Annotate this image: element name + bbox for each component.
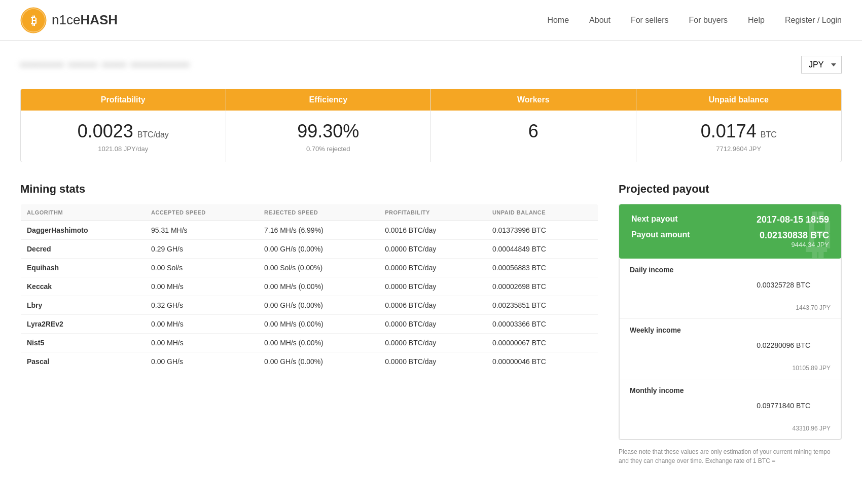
stat-card-0: Profitability 0.0023 BTC/day 1021.08 JPY… [21, 89, 226, 162]
stat-value-1: 99.30% [238, 121, 419, 142]
next-payout-row: Next payout 2017-08-15 18:59 [631, 214, 829, 225]
payout-amount-label: Payout amount [631, 230, 690, 239]
payout-detail-label-2: Monthly income [630, 386, 684, 394]
nav-for-buyers[interactable]: For buyers [689, 16, 728, 25]
table-row: Equihash 0.00 Sol/s 0.00 Sol/s (0.00%) 0… [21, 259, 598, 277]
cell-accepted-speed: 0.00 MH/s [145, 315, 258, 334]
table-row: Pascal 0.00 GH/s 0.00 GH/s (0.00%) 0.000… [21, 352, 598, 371]
cell-algorithm: Decred [21, 240, 145, 259]
page-title: ••••••••• •••••• ••••• •••••••••••• [20, 58, 190, 71]
cell-profitability: 0.0000 BTC/day [379, 334, 486, 352]
next-payout-value: 2017-08-15 18:59 [757, 214, 829, 225]
payout-detail-value-0: 0.00325728 BTC 1443.70 JPY [736, 266, 831, 311]
payout-note: Please note that these values are only e… [619, 447, 842, 465]
table-row: Keccak 0.00 MH/s 0.00 MH/s (0.00%) 0.000… [21, 277, 598, 296]
header: ₿ n1ceHASH Home About For sellers For bu… [0, 0, 862, 41]
stat-card-header-3: Unpaid balance [636, 89, 842, 111]
navigation: Home About For sellers For buyers Help R… [547, 16, 842, 25]
cell-algorithm: Nist5 [21, 334, 145, 352]
stat-value-0: 0.0023 BTC/day [33, 121, 213, 142]
stat-cards: Profitability 0.0023 BTC/day 1021.08 JPY… [20, 89, 842, 162]
cell-profitability: 0.0006 BTC/day [379, 296, 486, 315]
cell-profitability: 0.0000 BTC/day [379, 277, 486, 296]
cell-algorithm: Keccak [21, 277, 145, 296]
payout-card-green: Next payout 2017-08-15 18:59 Payout amou… [619, 204, 841, 259]
stat-card-2: Workers 6 [431, 89, 636, 162]
cell-accepted-speed: 0.00 MH/s [145, 277, 258, 296]
stat-value-2: 6 [443, 121, 624, 142]
currency-select[interactable]: JPY BTC USD EUR CNY [801, 56, 842, 74]
cell-unpaid-balance: 0.01373996 BTC [486, 221, 598, 240]
logo-text: n1ceHASH [52, 12, 118, 28]
cell-algorithm: Equihash [21, 259, 145, 277]
cell-unpaid-balance: 0.00000067 BTC [486, 334, 598, 352]
cell-profitability: 0.0016 BTC/day [379, 221, 486, 240]
next-payout-label: Next payout [631, 214, 678, 224]
payout-detail-label-0: Daily income [630, 266, 673, 274]
lower-section: Mining stats ALGORITHM ACCEPTED SPEED RE… [20, 183, 842, 465]
main-content: ••••••••• •••••• ••••• •••••••••••• JPY … [0, 41, 862, 481]
nav-about[interactable]: About [589, 16, 610, 25]
payout-amount-btc: 0.02130838 BTC [760, 230, 829, 241]
cell-profitability: 0.0000 BTC/day [379, 240, 486, 259]
table-row: Lyra2REv2 0.00 MH/s 0.00 MH/s (0.00%) 0.… [21, 315, 598, 334]
cell-accepted-speed: 0.00 GH/s [145, 352, 258, 371]
stat-card-3: Unpaid balance 0.0174 BTC 7712.9604 JPY [636, 89, 842, 162]
col-unpaid-balance: UNPAID BALANCE [486, 204, 598, 221]
table-row: Decred 0.29 GH/s 0.00 GH/s (0.00%) 0.000… [21, 240, 598, 259]
cell-rejected-speed: 0.00 GH/s (0.00%) [258, 352, 379, 371]
cell-accepted-speed: 0.32 GH/s [145, 296, 258, 315]
cell-unpaid-balance: 0.00235851 BTC [486, 296, 598, 315]
cell-accepted-speed: 95.31 MH/s [145, 221, 258, 240]
cell-unpaid-balance: 0.00056883 BTC [486, 259, 598, 277]
payout-detail-row-1: Weekly income 0.02280096 BTC 10105.89 JP… [620, 319, 841, 379]
cell-algorithm: Pascal [21, 352, 145, 371]
stat-card-body-2: 6 [431, 111, 636, 151]
mining-stats-title: Mining stats [20, 183, 598, 196]
stat-sub-1: 0.70% rejected [238, 145, 419, 153]
payout-title: Projected payout [619, 183, 842, 196]
cell-rejected-speed: 0.00 MH/s (0.00%) [258, 334, 379, 352]
cell-unpaid-balance: 0.00000046 BTC [486, 352, 598, 371]
table-row: Lbry 0.32 GH/s 0.00 GH/s (0.00%) 0.0006 … [21, 296, 598, 315]
payout-detail-row-0: Daily income 0.00325728 BTC 1443.70 JPY [620, 259, 841, 319]
logo: ₿ n1ceHASH [20, 7, 118, 33]
col-accepted-speed: ACCEPTED SPEED [145, 204, 258, 221]
payout-detail-sub-1: 10105.89 JPY [736, 365, 831, 372]
page-header: ••••••••• •••••• ••••• •••••••••••• JPY … [20, 56, 842, 74]
payout-detail-main-1: 0.02280096 BTC [736, 326, 831, 365]
payout-detail-label-1: Weekly income [630, 326, 681, 334]
payout-details: Daily income 0.00325728 BTC 1443.70 JPY … [619, 259, 841, 440]
cell-rejected-speed: 0.00 MH/s (0.00%) [258, 277, 379, 296]
payout-amount-row: Payout amount 0.02130838 BTC 9444.34 JPY [631, 230, 829, 248]
nav-register-login[interactable]: Register / Login [785, 16, 842, 25]
stat-card-header-0: Profitability [21, 89, 226, 111]
payout-detail-value-1: 0.02280096 BTC 10105.89 JPY [736, 326, 831, 372]
cell-algorithm: DaggerHashimoto [21, 221, 145, 240]
cell-algorithm: Lbry [21, 296, 145, 315]
stat-sub-3: 7712.9604 JPY [649, 145, 830, 153]
stat-card-body-0: 0.0023 BTC/day 1021.08 JPY/day [21, 111, 226, 162]
nav-help[interactable]: Help [748, 16, 765, 25]
stat-sub-0: 1021.08 JPY/day [33, 145, 213, 153]
svg-text:₿: ₿ [31, 14, 37, 27]
cell-unpaid-balance: 0.00002698 BTC [486, 277, 598, 296]
table-row: DaggerHashimoto 95.31 MH/s 7.16 MH/s (6.… [21, 221, 598, 240]
cell-rejected-speed: 0.00 GH/s (0.00%) [258, 296, 379, 315]
payout-detail-row-2: Monthly income 0.09771840 BTC 43310.96 J… [620, 379, 841, 439]
nav-for-sellers[interactable]: For sellers [631, 16, 669, 25]
stat-value-3: 0.0174 BTC [649, 121, 830, 142]
payout-amount-values: 0.02130838 BTC 9444.34 JPY [760, 230, 829, 248]
nav-home[interactable]: Home [547, 16, 569, 25]
col-algorithm: ALGORITHM [21, 204, 145, 221]
payout-detail-main-2: 0.09771840 BTC [736, 386, 831, 425]
payout-detail-main-0: 0.00325728 BTC [736, 266, 831, 304]
cell-algorithm: Lyra2REv2 [21, 315, 145, 334]
cell-profitability: 0.0000 BTC/day [379, 259, 486, 277]
cell-profitability: 0.0000 BTC/day [379, 352, 486, 371]
payout-detail-sub-2: 43310.96 JPY [736, 425, 831, 432]
cell-unpaid-balance: 0.00044849 BTC [486, 240, 598, 259]
cell-rejected-speed: 0.00 MH/s (0.00%) [258, 315, 379, 334]
col-profitability: PROFITABILITY [379, 204, 486, 221]
cell-accepted-speed: 0.00 MH/s [145, 334, 258, 352]
